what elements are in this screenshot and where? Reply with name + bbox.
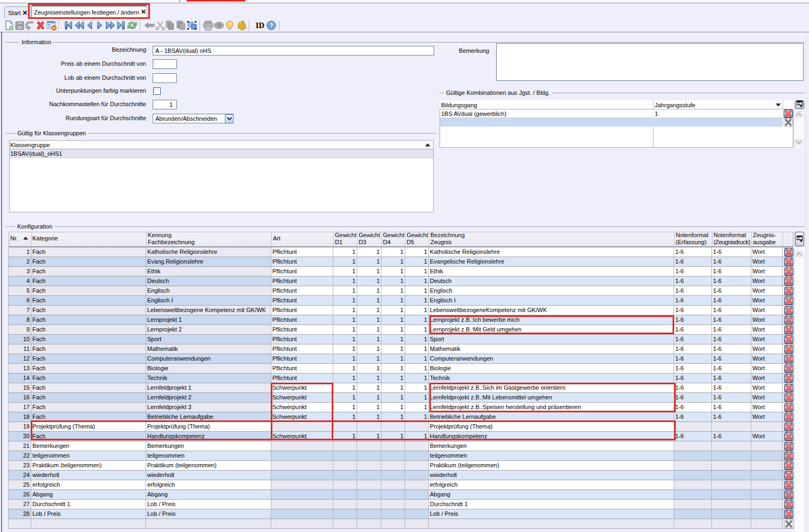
svg-text:?: ? — [269, 22, 273, 29]
svg-text:ID: ID — [256, 21, 264, 30]
